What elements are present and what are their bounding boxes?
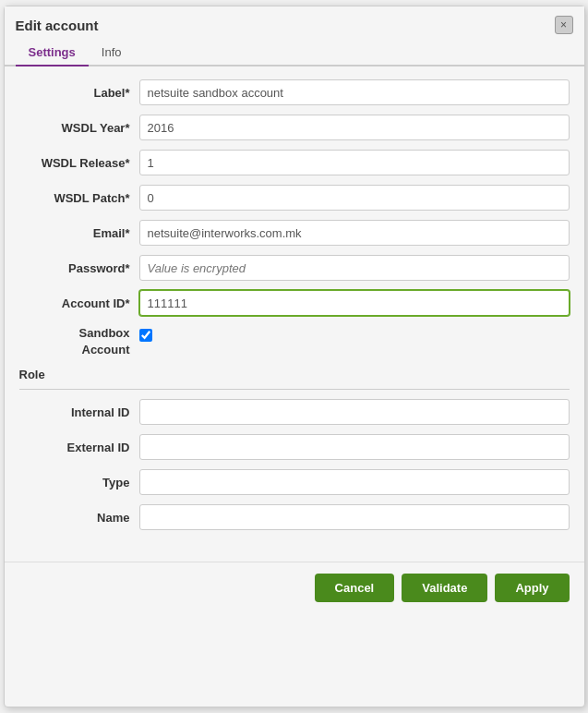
form-content: Label* WSDL Year* WSDL Release* WSDL Pat… [5, 66, 584, 552]
password-row: Password* [19, 255, 570, 281]
wsdl-year-input[interactable] [139, 115, 570, 140]
sandbox-account-label: SandboxAccount [19, 325, 139, 358]
password-input[interactable] [139, 255, 570, 281]
cancel-button[interactable]: Cancel [315, 574, 395, 602]
edit-account-dialog: Edit account × Settings Info Label* WSDL… [4, 6, 585, 707]
wsdl-year-row: WSDL Year* [19, 115, 570, 140]
label-input[interactable] [139, 79, 570, 105]
external-id-row: External ID [19, 434, 570, 460]
apply-button[interactable]: Apply [495, 574, 569, 602]
sandbox-account-row: SandboxAccount [19, 325, 570, 358]
tab-settings[interactable]: Settings [16, 40, 89, 66]
close-button[interactable]: × [555, 16, 573, 34]
wsdl-release-row: WSDL Release* [19, 150, 570, 175]
wsdl-release-label: WSDL Release* [19, 156, 139, 170]
email-input[interactable] [139, 220, 570, 246]
internal-id-label: Internal ID [19, 405, 139, 419]
type-input[interactable] [139, 469, 570, 495]
label-field-label: Label* [19, 86, 139, 100]
close-icon: × [560, 19, 567, 30]
dialog-header: Edit account × [5, 6, 584, 40]
account-id-input[interactable] [139, 290, 570, 316]
account-id-row: Account ID* [19, 290, 570, 316]
internal-id-input[interactable] [139, 399, 570, 425]
external-id-input[interactable] [139, 434, 570, 460]
wsdl-year-label: WSDL Year* [19, 121, 139, 135]
name-input[interactable] [139, 504, 570, 530]
dialog-title: Edit account [16, 18, 99, 33]
email-label: Email* [19, 226, 139, 240]
tab-info[interactable]: Info [89, 40, 135, 66]
wsdl-patch-label: WSDL Patch* [19, 191, 139, 205]
sandbox-account-checkbox[interactable] [139, 329, 152, 342]
role-section-divider [19, 389, 570, 390]
name-row: Name [19, 504, 570, 530]
email-row: Email* [19, 220, 570, 246]
label-row: Label* [19, 79, 570, 105]
account-id-label: Account ID* [19, 296, 139, 310]
wsdl-patch-row: WSDL Patch* [19, 185, 570, 211]
type-label: Type [19, 476, 139, 489]
role-section-title: Role [19, 368, 570, 381]
password-label: Password* [19, 261, 139, 275]
internal-id-row: Internal ID [19, 399, 570, 425]
wsdl-patch-input[interactable] [139, 185, 570, 211]
tab-bar: Settings Info [5, 40, 584, 66]
dialog-footer: Cancel Validate Apply [5, 562, 584, 613]
name-label: Name [19, 511, 139, 525]
validate-button[interactable]: Validate [402, 574, 487, 602]
sandbox-checkbox-wrapper [139, 325, 152, 342]
wsdl-release-input[interactable] [139, 150, 570, 175]
type-row: Type [19, 469, 570, 495]
external-id-label: External ID [19, 441, 139, 454]
